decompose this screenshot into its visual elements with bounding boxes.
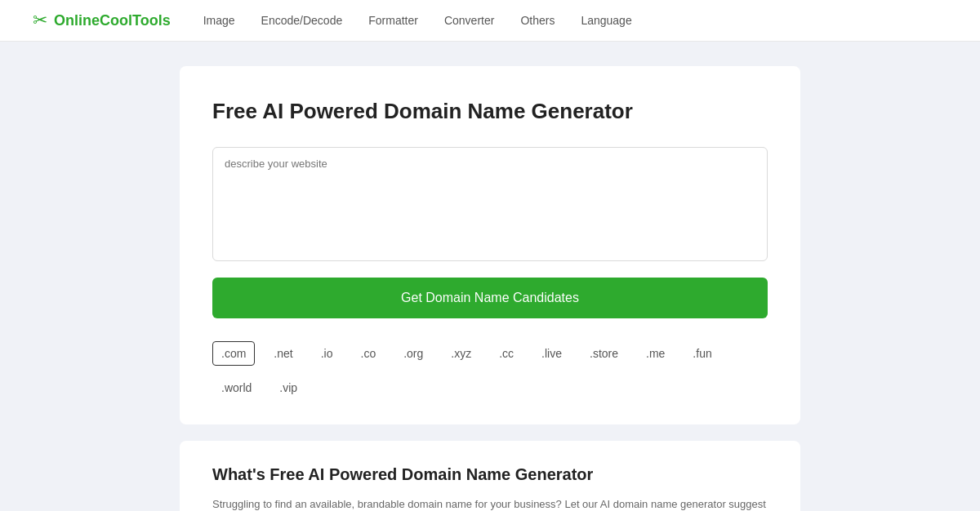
nav-link-converter[interactable]: Converter xyxy=(444,14,494,27)
brand-link[interactable]: ✂ OnlineCoolTools xyxy=(33,10,171,31)
tld-item-fun[interactable]: .fun xyxy=(684,341,720,366)
info-title: What's Free AI Powered Domain Name Gener… xyxy=(212,465,768,484)
info-section: What's Free AI Powered Domain Name Gener… xyxy=(0,441,980,511)
page-title: Free AI Powered Domain Name Generator xyxy=(212,99,768,124)
tld-item-xyz[interactable]: .xyz xyxy=(442,341,480,366)
info-text: Struggling to find an available, brandab… xyxy=(212,495,768,511)
brand-icon: ✂ xyxy=(33,10,47,31)
tld-item-co[interactable]: .co xyxy=(352,341,385,366)
nav-link-encode-decode[interactable]: Encode/Decode xyxy=(261,14,343,27)
tld-item-live[interactable]: .live xyxy=(532,341,571,366)
content-card: Free AI Powered Domain Name Generator Ge… xyxy=(180,66,800,424)
tld-item-com[interactable]: .com xyxy=(212,341,255,366)
tld-item-store[interactable]: .store xyxy=(581,341,627,366)
nav-link-formatter[interactable]: Formatter xyxy=(368,14,418,27)
tld-item-org[interactable]: .org xyxy=(394,341,432,366)
main-content: Free AI Powered Domain Name Generator Ge… xyxy=(0,42,980,424)
nav-link-language[interactable]: Language xyxy=(581,14,631,27)
nav-link-others[interactable]: Others xyxy=(520,14,555,27)
nav-link-image[interactable]: Image xyxy=(203,14,235,27)
tld-item-me[interactable]: .me xyxy=(637,341,674,366)
info-card: What's Free AI Powered Domain Name Gener… xyxy=(180,441,800,511)
generate-button[interactable]: Get Domain Name Candidates xyxy=(212,278,768,318)
tld-row: .com.net.io.co.org.xyz.cc.live.store.me.… xyxy=(212,341,768,400)
tld-item-vip[interactable]: .vip xyxy=(270,375,306,400)
tld-item-io[interactable]: .io xyxy=(312,341,342,366)
tld-item-cc[interactable]: .cc xyxy=(490,341,523,366)
brand-name: OnlineCoolTools xyxy=(54,12,171,29)
tld-item-world[interactable]: .world xyxy=(212,375,261,400)
nav-links: ImageEncode/DecodeFormatterConverterOthe… xyxy=(203,13,632,28)
navbar: ✂ OnlineCoolTools ImageEncode/DecodeForm… xyxy=(0,0,980,42)
tld-item-net[interactable]: .net xyxy=(265,341,301,366)
description-textarea[interactable] xyxy=(212,147,768,261)
